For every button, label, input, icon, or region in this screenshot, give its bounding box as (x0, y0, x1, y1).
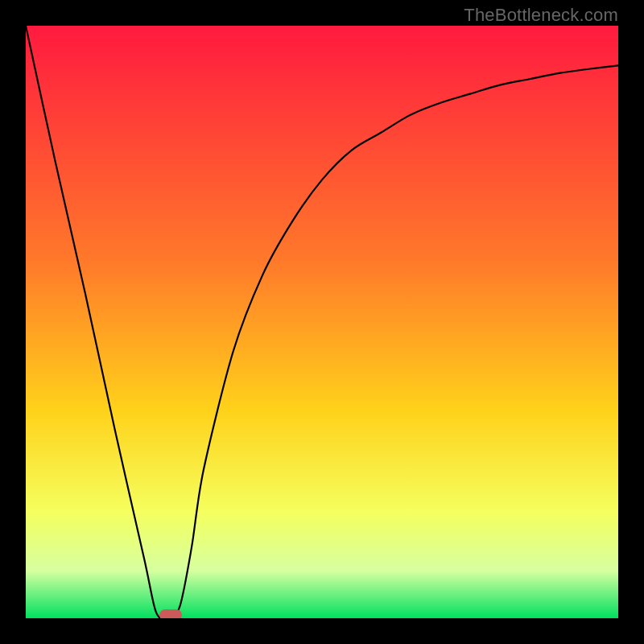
chart-frame: TheBottleneck.com (0, 0, 644, 644)
plot-area (26, 26, 618, 618)
watermark-text: TheBottleneck.com (464, 5, 618, 26)
minimum-marker (159, 609, 182, 618)
curve-layer (26, 26, 618, 618)
curve-line (26, 26, 618, 618)
